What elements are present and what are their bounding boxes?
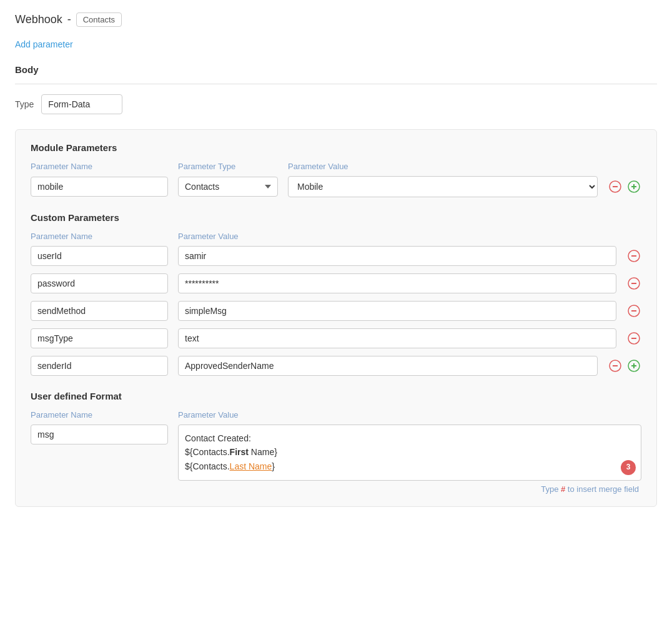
module-col-type: Parameter Type	[178, 162, 278, 171]
udf-row: Contact Created: ${Contacts.First Name} …	[31, 425, 641, 494]
custom-param-name-password[interactable]	[31, 273, 168, 293]
custom-param-name-msgtype[interactable]	[31, 328, 168, 348]
custom-param-value-password[interactable]	[178, 273, 616, 293]
udf-value-wrapper: Contact Created: ${Contacts.First Name} …	[178, 425, 641, 494]
merge-hint-hash: #	[561, 484, 565, 494]
custom-param-add-senderid[interactable]	[626, 358, 641, 373]
module-param-value-select[interactable]: Mobile	[288, 176, 598, 197]
module-col-value: Parameter Value	[288, 162, 641, 171]
body-section-label: Body	[15, 64, 657, 75]
custom-param-row-senderid	[31, 356, 641, 376]
body-divider	[15, 84, 657, 84]
udf-textarea-display[interactable]: Contact Created: ${Contacts.First Name} …	[178, 425, 641, 481]
custom-param-value-msgtype[interactable]	[178, 328, 616, 348]
custom-col-name: Parameter Name	[31, 232, 168, 241]
contacts-badge: Contacts	[76, 12, 122, 27]
module-param-type-select[interactable]: Contacts	[178, 177, 278, 197]
custom-param-row-sendmethod	[31, 301, 641, 321]
udf-line1: Contact Created:	[185, 433, 251, 443]
module-param-add-button[interactable]	[626, 179, 641, 194]
params-card: Module Parameters Parameter Name Paramet…	[15, 129, 657, 507]
type-label: Type	[15, 99, 34, 109]
custom-param-name-senderid[interactable]	[31, 356, 168, 376]
udf-title: User defined Format	[31, 391, 641, 401]
module-params-title: Module Parameters	[31, 142, 641, 153]
udf-line3-prefix: ${Contacts.Last Name}	[185, 461, 275, 471]
custom-param-name-userid[interactable]	[31, 246, 168, 266]
custom-param-remove-password[interactable]	[626, 276, 641, 291]
custom-param-remove-sendmethod[interactable]	[626, 303, 641, 318]
custom-param-name-sendmethod[interactable]	[31, 301, 168, 321]
page-title: Webhook	[15, 13, 62, 26]
add-parameter-link[interactable]: Add parameter	[15, 39, 73, 49]
module-param-remove-button[interactable]	[608, 179, 623, 194]
header-separator: -	[67, 13, 71, 26]
custom-param-value-sendmethod[interactable]	[178, 301, 616, 321]
merge-hint: Type # to insert merge field	[178, 484, 641, 494]
udf-param-name[interactable]	[31, 425, 168, 444]
custom-param-row-password	[31, 273, 641, 293]
udf-col-name: Parameter Name	[31, 410, 168, 420]
module-param-actions	[608, 179, 641, 194]
custom-param-remove-msgtype[interactable]	[626, 331, 641, 346]
module-param-name-input[interactable]	[31, 177, 168, 197]
custom-param-row-msgtype	[31, 328, 641, 348]
custom-param-senderid-actions	[608, 358, 641, 373]
udf-badge: 3	[621, 460, 636, 475]
custom-col-value: Parameter Value	[178, 232, 641, 241]
module-param-row: Contacts Mobile	[31, 176, 641, 197]
udf-line2-prefix: ${Contacts.First Name}	[185, 447, 277, 457]
custom-param-value-userid[interactable]	[178, 246, 616, 266]
type-select[interactable]: Form-Data JSON XML Raw	[41, 94, 122, 114]
module-col-name: Parameter Name	[31, 162, 168, 171]
custom-param-row-userid	[31, 246, 641, 266]
custom-param-value-senderid[interactable]	[178, 356, 598, 376]
custom-param-remove-senderid[interactable]	[608, 358, 623, 373]
udf-col-value: Parameter Value	[178, 410, 641, 420]
custom-params-title: Custom Parameters	[31, 212, 641, 223]
custom-param-remove-userid[interactable]	[626, 248, 641, 263]
